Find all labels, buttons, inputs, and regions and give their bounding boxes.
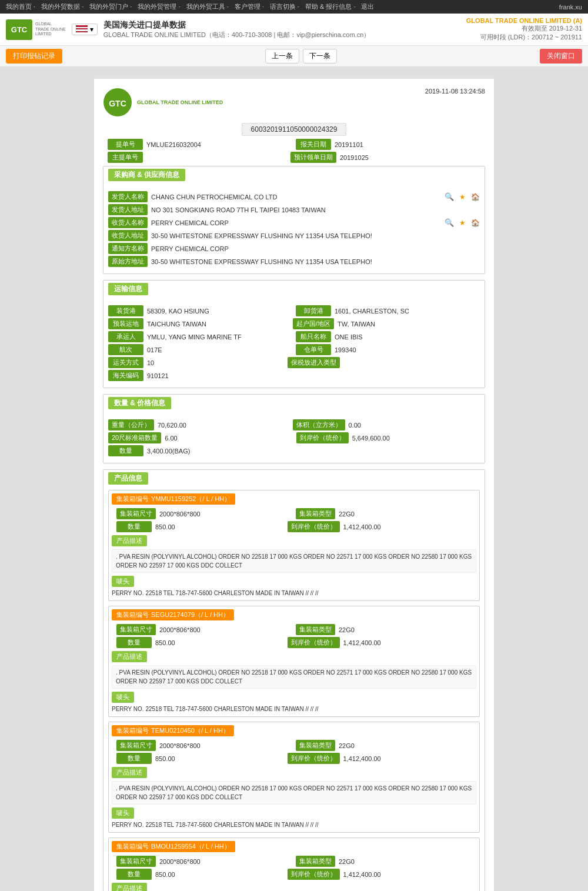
orig-addr-row: 原始方地址 30-50 WHITESTONE EXPRESSWAY FLUSHI… (108, 256, 480, 267)
container-size-label-2: 集装箱尺寸 (116, 624, 156, 635)
flag-arrow: ▾ (90, 25, 93, 34)
container-cif-value-4: 1,412,400.00 (343, 871, 472, 878)
doc-company: GLOBAL TRADE ONLINE LIMITED (137, 99, 223, 105)
customs-code-row: 海关编码 910121 (108, 370, 480, 381)
next-button-top[interactable]: 下一条 (303, 49, 337, 64)
nav-export-tools[interactable]: 我的外贸工具 · (186, 2, 229, 11)
product-desc-btn-2[interactable]: 产品描述 (112, 651, 147, 662)
discharge-port-value: 1601, CHARLESTON, SC (335, 308, 480, 315)
container-size-row-3: 集装箱尺寸 2000*806*800 集装箱类型 22G0 (116, 740, 472, 751)
weight-value: 70,620.00 (158, 422, 289, 429)
header-right: GLOBAL TRADE ONLINE LIMITED (A) 有效期至 201… (466, 17, 582, 42)
cif-value: 5,649,600.00 (352, 435, 480, 442)
nav-export-portal[interactable]: 我的外贸门户 · (89, 2, 132, 11)
origin-country-label: 起户国/地区 (293, 318, 334, 329)
logo-text: GTC (11, 25, 27, 34)
shipper-section-title: 采购商 & 供应商信息 (108, 169, 185, 181)
nav-logout[interactable]: 退出 (361, 2, 374, 11)
product-desc-btn-1[interactable]: 产品描述 (112, 535, 147, 546)
print-button-top[interactable]: 打印报钻记录 (6, 49, 62, 64)
container-qty-label-4: 数量 (116, 869, 152, 880)
container-qty-value-3: 850.00 (155, 755, 284, 762)
bill-number-value: YMLUE216032004 (146, 141, 292, 148)
nav-export-manage[interactable]: 我的外贸管理 · (138, 2, 180, 11)
container-qty-value-2: 850.00 (155, 639, 284, 646)
container-size-row-1: 集装箱尺寸 2000*806*800 集装箱类型 22G0 (116, 508, 472, 519)
quantity-section-title: 数量 & 价格信息 (108, 397, 171, 409)
container-id-1: 集装箱编号 YMMU1159252（/ L / HH） (112, 493, 235, 505)
product-desc-btn-4[interactable]: 产品描述 (112, 883, 147, 891)
consignee-addr-row: 收货人地址 30-50 WHITESTONE EXPRESSWAY FLUSHI… (108, 230, 480, 241)
shipper-name-row: 发货人名称 CHANG CHUN PETROCHEMICAL CO LTD 🔍 … (108, 191, 480, 202)
container-qty-row-4: 数量 850.00 到岸价（统价） 1,412,400.00 (116, 869, 472, 880)
marque-btn-1[interactable]: 唛头 (112, 576, 134, 587)
container-size-label-4: 集装箱尺寸 (116, 856, 156, 867)
voyage-value: 017E (147, 346, 292, 353)
transport-section-body: 装货港 58309, KAO HSIUNG 卸货港 1601, CHARLEST… (103, 301, 485, 388)
document-content: GTC GLOBAL TRADE ONLINE LIMITED 2019-11-… (94, 79, 494, 891)
master-bill-label: 主提单号 (108, 152, 143, 163)
customs-mode-label: 运关方式 (108, 357, 143, 368)
basic-fields: 提单号 YMLUE216032004 报关日期 20191101 主提单号 预计… (103, 139, 485, 163)
nav-home[interactable]: 我的首页 · (6, 2, 35, 11)
product-desc-text-1: . PVA RESIN (POLYVINYL ALCOHOL) ORDER NO… (112, 549, 476, 573)
top-toolbar: 打印报钻记录 上一条 下一条 关闭窗口 (0, 46, 588, 67)
nav-language[interactable]: 语言切换 · (270, 2, 299, 11)
home-icon[interactable]: 🏠 (471, 193, 480, 201)
container-type-label-4: 集装箱类型 (296, 856, 335, 867)
search-icon[interactable]: 🔍 (445, 192, 454, 201)
est-date-value: 20191025 (340, 154, 480, 161)
star-icon[interactable]: ★ (459, 193, 466, 201)
shipper-name-label: 发货人名称 (108, 191, 148, 202)
nav-customer[interactable]: 客户管理 · (235, 2, 264, 11)
volume-value: 0.00 (349, 422, 480, 429)
flag-selector[interactable]: ▾ (72, 24, 98, 35)
container-cif-value-3: 1,412,400.00 (343, 755, 472, 762)
container-qty-row-1: 数量 850.00 到岸价（统价） 1,412,400.00 (116, 521, 472, 532)
nav-export-data[interactable]: 我的外贸数据 · (41, 2, 83, 11)
container-type-label-2: 集装箱类型 (296, 624, 335, 635)
container-qty-value: 6.00 (165, 435, 292, 442)
nav-links[interactable]: 我的首页 · 我的外贸数据 · 我的外贸门户 · 我的外贸管理 · 我的外贸工具… (6, 2, 379, 11)
container-type-value-3: 22G0 (339, 742, 472, 749)
loading-port-row: 装货港 58309, KAO HSIUNG 卸货港 1601, CHARLEST… (108, 305, 480, 316)
product-desc-btn-3[interactable]: 产品描述 (112, 767, 147, 778)
container-type-label-3: 集装箱类型 (296, 740, 335, 751)
manifest-value: 199340 (335, 346, 480, 353)
pre-load-row: 预装运地 TAICHUNG TAIWAN 起户国/地区 TW, TAIWAN (108, 318, 480, 329)
customs-mode-value: 10 (147, 359, 284, 366)
marque-btn-2[interactable]: 唛头 (112, 692, 134, 703)
page-header: GTC GLOBAL TRADE ONLINE LIMITED ▾ 美国海关进口… (0, 14, 588, 46)
quantity-section: 数量 & 价格信息 重量（公斤） 70,620.00 体积（立方米） 0.00 … (103, 394, 485, 463)
carrier-value: YMLU, YANG MING MARINE TF (147, 333, 292, 341)
page-subtitle: GLOBAL TRADE ONLINE LIMITED（电话：400-710-3… (103, 31, 370, 39)
voyage-row: 航次 017E 仓单号 199340 (108, 344, 480, 355)
shipper-addr-row: 发货人地址 NO 301 SONGKIANG ROAD 7TH FL TAIPE… (108, 204, 480, 215)
product-item-2: 集装箱编号 SEGU2174079（/ L / HH） 集装箱尺寸 2000*8… (108, 606, 480, 717)
doc-header: GTC GLOBAL TRADE ONLINE LIMITED 2019-11-… (103, 88, 485, 117)
close-button-top[interactable]: 关闭窗口 (540, 49, 582, 64)
logo-subtitle: GLOBAL TRADE ONLINE LIMITED (35, 22, 66, 36)
container-qty-value-1: 850.00 (155, 523, 284, 530)
master-bill-row: 主提单号 预计领单日期 20191025 (108, 152, 480, 163)
star-icon-2[interactable]: ★ (459, 219, 466, 227)
container-size-row-2: 集装箱尺寸 2000*806*800 集装箱类型 22G0 (116, 624, 472, 635)
bonded-type-label: 保税放进入类型 (288, 357, 340, 368)
valid-date: 有效期至 2019-12-31 (466, 24, 582, 33)
home-icon-2[interactable]: 🏠 (471, 219, 480, 227)
search-icon-2[interactable]: 🔍 (445, 218, 454, 227)
notify-name-value: PERRY CHEMICAL CORP (151, 245, 480, 252)
vessel-name-label: 船只名称 (296, 331, 331, 342)
bill-id: 6003201911050000024329 (242, 123, 347, 136)
prev-button-top[interactable]: 上一条 (265, 49, 299, 64)
product-desc-text-3: . PVA RESIN (POLYVINYL ALCOHOL) ORDER NO… (112, 781, 476, 805)
qty-label: 数量 (108, 445, 143, 456)
nav-help[interactable]: 帮助 & 报行信息 · (305, 2, 356, 11)
marque-btn-3[interactable]: 唛头 (112, 807, 134, 819)
shipper-name-value: CHANG CHUN PETROCHEMICAL CO LTD (151, 193, 439, 201)
customs-date-value: 20191101 (335, 141, 480, 148)
company-name: GLOBAL TRADE ONLINE LIMITED (A) (466, 17, 582, 24)
marque-content-2: PERRY NO. 22518 TEL 718-747-5600 CHARLES… (112, 706, 476, 712)
container-type-value-1: 22G0 (339, 510, 472, 518)
origin-country-value: TW, TAIWAN (338, 321, 480, 328)
